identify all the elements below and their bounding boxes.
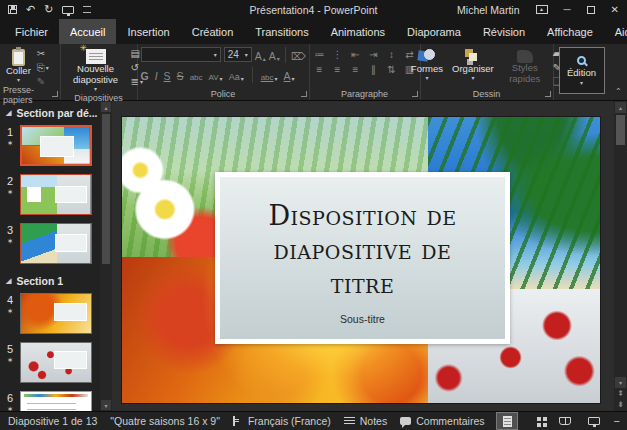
paste-button[interactable]: Coller ▾ [3,46,34,84]
accessibility-check-icon[interactable] [233,416,235,426]
comments-button[interactable]: Commentaires [400,415,484,427]
restore-button[interactable] [587,6,595,14]
align-left-icon[interactable]: ≡ [313,64,327,76]
bold-button[interactable]: G [141,68,149,82]
font-name-combo[interactable]: ▾ [141,47,221,62]
slide-2-thumbnail[interactable] [20,174,92,215]
slide-title-text[interactable]: Disposition de diapositive de titre [238,199,488,300]
section-header-1[interactable]: ◢ Section 1 [0,272,100,291]
language-indicator[interactable]: Français (France) [248,415,331,427]
numbering-icon[interactable]: ⋮ [331,49,345,61]
tab-animations[interactable]: Animations [320,19,396,44]
slide-thumbnail-panel: ◢ Section par dé... 1✶ 2✶ 3✶ ◢ Sect [0,101,112,411]
current-slide-canvas[interactable]: Disposition de diapositive de titre Sous… [122,117,600,403]
columns-icon[interactable]: ∥ [367,64,381,76]
notes-icon [344,417,355,425]
decrease-indent-icon[interactable]: ⇤ [349,49,363,61]
character-spacing-button[interactable]: AV▾ [209,68,223,82]
title-placeholder[interactable]: Disposition de diapositive de titre Sous… [215,172,510,344]
tab-transitions[interactable]: Transitions [244,19,319,44]
shapes-button[interactable]: Formes ▾ [408,46,446,82]
underline-button[interactable]: S [164,68,171,82]
slide-subtitle-text[interactable]: Sous-titre [340,313,385,325]
save-icon[interactable] [8,5,17,14]
slide-indicator[interactable]: Diapositive 1 de 13 [8,415,97,427]
shrink-font-button[interactable]: A▾ [269,48,280,62]
editor-scroll-thumb[interactable] [616,115,625,145]
italic-button[interactable]: I [155,68,158,82]
highlight-color-button[interactable]: abc▾ [261,68,278,82]
start-slideshow-icon[interactable] [62,6,74,14]
shrink-font-icon: A [269,50,276,62]
drawing-dialog-launcher[interactable] [545,91,551,97]
align-text-icon[interactable]: ⇅ [385,64,399,76]
notes-button[interactable]: Notes [344,415,387,427]
collapse-ribbon-button[interactable]: ⌃ [610,44,627,100]
change-case-button[interactable]: Aa▾ [229,68,244,82]
cut-button[interactable]: ✂ [37,48,49,60]
paragraph-dialog-launcher[interactable] [412,91,418,97]
slide-4-thumbnail[interactable] [20,293,92,334]
tab-creation[interactable]: Création [181,19,245,44]
next-slide-icon[interactable]: ⇟ [615,399,626,410]
tab-diaporama[interactable]: Diaporama [396,19,472,44]
group-clipboard: Coller ▾ ✂ ⎘▾ ✎ Presse-papiers [0,44,61,100]
close-button[interactable]: ✕ [611,5,619,15]
tab-insertion[interactable]: Insertion [116,19,180,44]
tab-revision[interactable]: Révision [472,19,536,44]
panel-scroll-thumb[interactable] [102,114,110,264]
font-size-combo[interactable]: 24▾ [224,47,252,62]
editor-scrollbar[interactable]: ▴ ▾ ⇞ ⇟ [614,101,627,411]
increase-indent-icon[interactable]: ⇥ [367,49,381,61]
editor-scroll-up-icon[interactable]: ▴ [615,102,626,113]
slide-6-thumbnail[interactable] [20,391,92,411]
text-shadow-icon: abc [190,73,203,82]
tab-accueil[interactable]: Accueil [59,19,116,44]
quick-styles-button[interactable]: Styles rapides [500,46,550,86]
strikethrough-button[interactable]: S [177,68,184,82]
arrange-button[interactable]: Organiser ▾ [449,46,497,82]
customize-qat-icon[interactable] [83,6,91,13]
reading-view-button[interactable] [555,413,575,429]
slide-sorter-view-button[interactable] [526,413,546,429]
grow-font-button[interactable]: A▴ [255,48,266,62]
new-slide-button[interactable]: Nouvelle diapositive ▾ [64,46,128,93]
bullets-icon[interactable]: ≔ [313,49,327,61]
font-dialog-launcher[interactable] [301,91,307,97]
tab-affichage[interactable]: Affichage [536,19,604,44]
text-shadow-button[interactable]: abc [190,68,203,82]
section-name: Section par dé... [16,107,97,119]
editor-scroll-down-icon[interactable]: ▾ [615,377,626,388]
comments-label: Commentaires [416,415,484,427]
copy-icon: ⎘ [37,63,45,73]
panel-scrollbar[interactable]: ▴ ▾ [100,101,112,411]
minimize-button[interactable]: ─ [564,5,571,15]
zoom-out-button[interactable]: − [613,415,619,427]
copy-button[interactable]: ⎘▾ [37,62,49,74]
slide-number: 1 [7,126,13,138]
normal-view-button[interactable] [497,413,517,429]
theme-name[interactable]: "Quatre saisons 16 x 9" [110,415,220,427]
tab-aide[interactable]: Aide [604,19,627,44]
undo-icon[interactable]: ↶ [26,4,35,15]
slide-1-thumbnail[interactable] [20,125,92,166]
previous-slide-icon[interactable]: ⇞ [615,388,626,399]
clipboard-dialog-launcher[interactable] [52,91,58,97]
slide-5-thumbnail[interactable] [20,342,92,383]
user-account[interactable]: Michel Martin [457,4,519,16]
redo-icon[interactable]: ↻ [44,4,53,15]
ribbon-display-options-icon[interactable]: ▴ [536,5,548,14]
slideshow-view-button[interactable] [584,413,604,429]
align-center-icon[interactable]: ≡ [331,64,345,76]
panel-scroll-down-icon[interactable]: ▾ [101,400,111,410]
section-header-default[interactable]: ◢ Section par dé... [0,104,100,123]
tab-fichier[interactable]: Fichier [4,19,59,44]
editing-button[interactable]: Édition ▾ [559,47,605,94]
clear-formatting-button[interactable]: ⌦ [291,48,306,62]
normal-view-icon [503,416,512,427]
slide-3-thumbnail[interactable] [20,223,92,264]
line-spacing-icon[interactable]: ↕ [385,49,399,61]
panel-scroll-up-icon[interactable]: ▴ [101,102,111,112]
align-right-icon[interactable]: ≡ [349,64,363,76]
font-color-button[interactable]: A▾ [284,68,295,82]
